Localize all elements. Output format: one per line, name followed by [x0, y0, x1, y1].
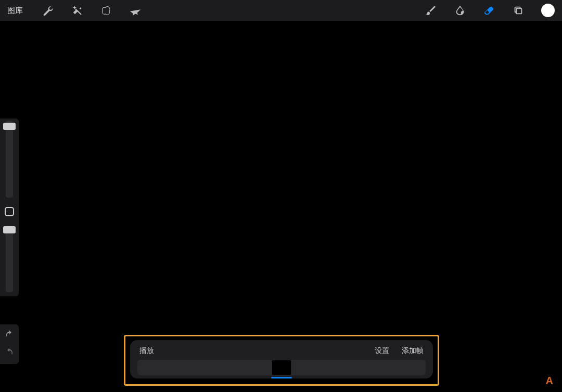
animation-panel: 播放 设置 添加帧 — [130, 340, 433, 378]
wrench-icon[interactable] — [42, 4, 54, 17]
current-color-chip[interactable] — [541, 4, 555, 17]
undo-redo-sidebar — [0, 324, 19, 364]
move-arrow-icon[interactable] — [129, 4, 142, 17]
brush-size-slider[interactable] — [6, 121, 13, 198]
top-toolbar: 图库 — [0, 0, 562, 21]
eraser-icon[interactable] — [483, 4, 495, 17]
play-button[interactable]: 播放 — [139, 346, 154, 356]
undo-icon[interactable] — [5, 330, 14, 341]
toolbar-left-group: 图库 — [7, 4, 142, 17]
add-frame-button[interactable]: 添加帧 — [402, 346, 424, 356]
animation-settings-button[interactable]: 设置 — [375, 346, 389, 356]
magic-wand-icon[interactable] — [71, 4, 83, 17]
smudge-icon[interactable] — [454, 4, 466, 17]
toolbar-right-group — [425, 4, 555, 17]
brush-sidebar — [0, 119, 19, 296]
frame-thumbnail[interactable] — [271, 360, 292, 375]
watermark-a: A — [546, 375, 553, 387]
current-frame-indicator — [271, 377, 292, 378]
gallery-button[interactable]: 图库 — [7, 6, 23, 16]
brush-opacity-thumb[interactable] — [3, 226, 16, 233]
paint-brush-icon[interactable] — [425, 4, 437, 17]
brush-size-thumb[interactable] — [3, 123, 16, 130]
animation-timeline[interactable] — [137, 360, 426, 375]
animation-panel-header: 播放 设置 添加帧 — [137, 344, 426, 360]
redo-icon[interactable] — [5, 347, 14, 359]
selection-icon[interactable] — [100, 4, 112, 17]
layers-icon[interactable] — [512, 4, 525, 17]
modify-button[interactable] — [5, 207, 14, 216]
brush-opacity-slider[interactable] — [6, 226, 13, 292]
